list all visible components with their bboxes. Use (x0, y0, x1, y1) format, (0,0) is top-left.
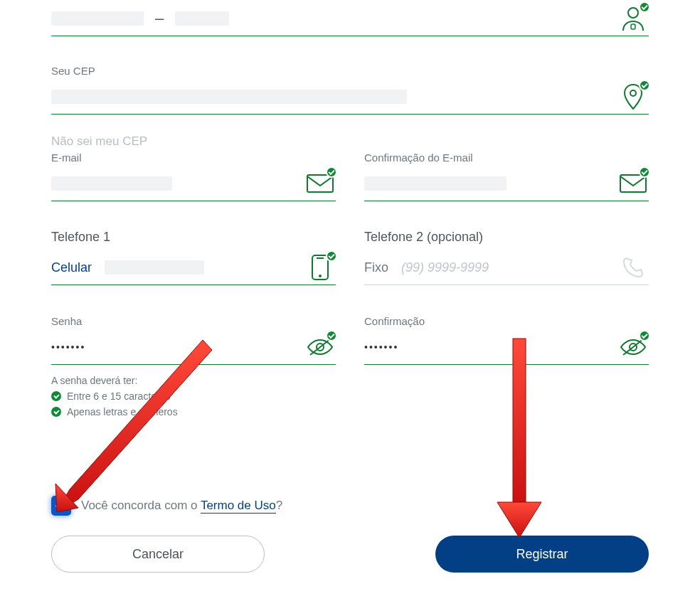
password-confirm-masked-value: ••••••• (364, 341, 398, 353)
envelope-icon (304, 169, 336, 198)
email-value-redacted (51, 176, 172, 191)
phone2-type-select[interactable]: Fixo (364, 260, 388, 275)
cpf-field[interactable]: – (51, 4, 649, 36)
email-field[interactable]: E-mail (51, 151, 336, 201)
svg-point-6 (319, 275, 322, 277)
password-label: Senha (51, 315, 336, 327)
password-hint-title: A senha deverá ter: (51, 375, 649, 386)
phone1-field[interactable]: Celular (51, 253, 336, 285)
phone1-section-label: Telefone 1 (51, 230, 336, 245)
terms-link[interactable]: Termo de Uso (201, 499, 276, 514)
envelope-icon (617, 169, 649, 198)
cep-label: Seu CEP (51, 65, 649, 77)
check-icon (51, 391, 61, 401)
email-confirm-field[interactable]: Confirmação do E-mail (364, 151, 649, 201)
svg-rect-1 (631, 24, 635, 29)
eye-off-icon[interactable] (617, 333, 649, 361)
cpf-part1-redacted (51, 11, 144, 26)
email-confirm-value-redacted (364, 176, 507, 191)
email-label: E-mail (51, 151, 336, 164)
email-confirm-label: Confirmação do E-mail (364, 151, 649, 164)
cpf-part2-redacted (175, 11, 229, 26)
password-hint-1-text: Entre 6 e 15 caracteres (67, 390, 171, 402)
unknown-cep-link[interactable]: Não sei meu CEP (51, 134, 649, 149)
phone1-type-select[interactable]: Celular (51, 260, 92, 275)
password-hint-2-text: Apenas letras e números (67, 406, 178, 417)
password-confirm-label: Confirmação (364, 315, 649, 327)
cancel-button[interactable]: Cancelar (51, 536, 265, 573)
phone2-section-label: Telefone 2 (opcional) (364, 230, 649, 245)
terms-text: Você concorda com o Termo de Uso? (81, 499, 282, 513)
register-button[interactable]: Registrar (435, 536, 649, 573)
svg-point-2 (630, 90, 636, 96)
cpf-dash: – (155, 9, 164, 28)
eye-off-icon[interactable] (304, 333, 336, 361)
password-field[interactable]: Senha ••••••• (51, 315, 336, 365)
terms-checkbox[interactable] (51, 496, 71, 516)
location-pin-icon (617, 83, 649, 111)
password-masked-value: ••••••• (51, 341, 85, 353)
cep-field[interactable]: Seu CEP (51, 65, 649, 115)
check-icon (51, 407, 61, 417)
phone2-field[interactable]: Fixo (99) 9999-9999 (364, 253, 649, 285)
cep-value-redacted (51, 90, 407, 104)
person-icon (617, 4, 649, 33)
phone1-value-redacted (105, 260, 204, 275)
phone-handset-icon (617, 253, 649, 282)
password-hint-1: Entre 6 e 15 caracteres (51, 390, 649, 402)
terms-suffix: ? (276, 499, 282, 512)
mobile-phone-icon (304, 253, 336, 282)
password-hint-2: Apenas letras e números (51, 406, 649, 417)
password-confirm-field[interactable]: Confirmação ••••••• (364, 315, 649, 365)
svg-point-0 (628, 8, 638, 18)
terms-prefix: Você concorda com o (81, 499, 201, 512)
phone2-placeholder: (99) 9999-9999 (401, 260, 489, 275)
